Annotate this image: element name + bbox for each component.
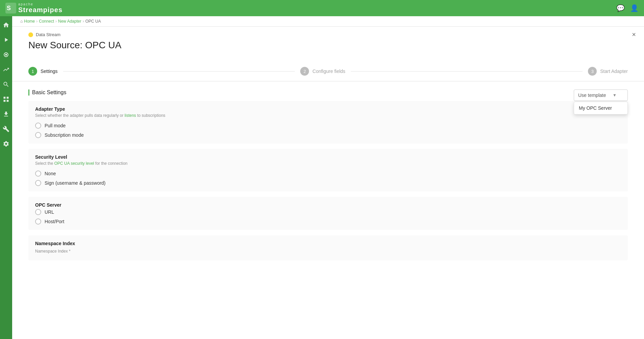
radio-subscription-mode-circle: [35, 132, 41, 138]
svg-text:S: S: [7, 5, 11, 11]
sidebar-item-analytics[interactable]: [0, 62, 12, 77]
namespace-index-title: Namespace Index: [35, 241, 621, 246]
opc-server-title: OPC Server: [35, 202, 621, 208]
radio-none[interactable]: None: [35, 171, 621, 177]
radio-none-circle: [35, 171, 41, 177]
use-template-button[interactable]: Use template ▼: [574, 89, 628, 101]
home-icon: ⌂: [20, 19, 23, 24]
template-dropdown-container: Use template ▼ My OPC Server: [574, 89, 628, 101]
logo-apache: apache: [18, 2, 62, 6]
step-3-circle: 3: [588, 67, 597, 76]
sidebar-item-settings[interactable]: [0, 136, 12, 151]
sidebar-item-search[interactable]: [0, 77, 12, 92]
security-level-desc: Select the OPC UA security level for the…: [35, 161, 621, 166]
content-area: ⌂ Home › Connect › New Adapter › OPC UA …: [12, 16, 644, 339]
radio-url[interactable]: URL: [35, 209, 621, 215]
breadcrumb-home[interactable]: Home: [24, 19, 35, 24]
opc-server-group: OPC Server URL Host/Port: [28, 197, 628, 230]
step-line-2: [351, 71, 583, 72]
radio-host-port[interactable]: Host/Port: [35, 218, 621, 225]
security-level-group: Security Level Select the OPC UA securit…: [28, 149, 628, 191]
namespace-index-field-label: Namespace Index *: [35, 249, 621, 254]
step-2: 2 Configure fields: [300, 61, 345, 81]
step-2-label: Configure fields: [312, 69, 345, 74]
radio-subscription-mode-label: Subscription mode: [45, 132, 84, 138]
opc-ua-link[interactable]: OPC UA security level: [54, 161, 94, 166]
step-3: 3 Start Adapter: [588, 61, 628, 81]
breadcrumb-sep-2: ›: [55, 19, 57, 24]
template-dropdown-menu: My OPC Server: [574, 102, 628, 114]
breadcrumb: ⌂ Home › Connect › New Adapter › OPC UA: [12, 16, 644, 27]
topbar-icons: 💬 👤: [616, 4, 639, 12]
chat-icon[interactable]: 💬: [616, 4, 625, 12]
sidebar-item-pipeline[interactable]: [0, 32, 12, 47]
sidebar: [0, 16, 12, 339]
breadcrumb-current: OPC UA: [85, 19, 101, 24]
logo-icon: S: [5, 3, 16, 14]
radio-host-port-label: Host/Port: [45, 219, 64, 224]
sidebar-item-home[interactable]: [0, 18, 12, 32]
security-level-title: Security Level: [35, 154, 621, 160]
namespace-index-group: Namespace Index Namespace Index *: [28, 235, 628, 260]
dropdown-arrow-icon: ▼: [613, 93, 617, 98]
step-1-circle: 1: [28, 67, 37, 76]
logo-name: Streampipes: [18, 6, 62, 14]
template-placeholder: Use template: [578, 93, 606, 98]
adapter-type-group: Adapter Type Select whether the adapter …: [28, 101, 628, 144]
svg-point-2: [5, 54, 7, 56]
page-header: Data Stream New Source: OPC UA: [12, 27, 644, 61]
step-1-label: Settings: [41, 69, 58, 74]
breadcrumb-new-adapter[interactable]: New Adapter: [58, 19, 81, 24]
breadcrumb-connect[interactable]: Connect: [39, 19, 54, 24]
topbar: S apache Streampipes 💬 👤: [0, 0, 644, 16]
stepper: 1 Settings 2 Configure fields 3 Start: [12, 61, 644, 81]
sidebar-item-download[interactable]: [0, 107, 12, 122]
page-container: × Data Stream New Source: OPC UA 1 Setti…: [12, 27, 644, 339]
step-2-circle: 2: [300, 67, 309, 76]
data-stream-badge: Data Stream: [28, 32, 628, 37]
template-option-my-opc-server[interactable]: My OPC Server: [574, 102, 627, 114]
breadcrumb-sep-1: ›: [36, 19, 37, 24]
radio-url-label: URL: [45, 209, 54, 215]
content-body: Use template ▼ My OPC Server Basic Setti…: [12, 81, 644, 274]
close-button[interactable]: ×: [632, 31, 636, 38]
badge-dot: [28, 32, 33, 37]
step-1: 1 Settings: [28, 61, 58, 81]
adapter-type-desc: Select whether the adapter pulls data re…: [35, 113, 621, 118]
step-3-label: Start Adapter: [600, 69, 628, 74]
radio-pull-mode-circle: [35, 123, 41, 129]
radio-sign[interactable]: Sign (username & password): [35, 180, 621, 186]
radio-sign-circle: [35, 180, 41, 186]
listens-link[interactable]: listens: [125, 113, 136, 118]
sidebar-item-grid[interactable]: [0, 92, 12, 107]
step-line-1: [63, 71, 295, 72]
breadcrumb-sep-3: ›: [83, 19, 84, 24]
radio-none-label: None: [45, 171, 56, 176]
badge-label: Data Stream: [36, 32, 60, 37]
sidebar-item-connect[interactable]: [0, 47, 12, 62]
radio-pull-mode-label: Pull mode: [45, 123, 66, 128]
adapter-type-title: Adapter Type: [35, 106, 621, 112]
radio-pull-mode[interactable]: Pull mode: [35, 123, 621, 129]
radio-subscription-mode[interactable]: Subscription mode: [35, 132, 621, 138]
radio-sign-label: Sign (username & password): [45, 180, 106, 186]
logo: S apache Streampipes: [5, 2, 62, 14]
page-title: New Source: OPC UA: [28, 40, 628, 51]
radio-host-port-circle: [35, 218, 41, 225]
sidebar-item-wrench[interactable]: [0, 122, 12, 136]
user-icon[interactable]: 👤: [630, 4, 639, 12]
basic-settings-title: Basic Settings: [28, 89, 628, 96]
radio-url-circle: [35, 209, 41, 215]
